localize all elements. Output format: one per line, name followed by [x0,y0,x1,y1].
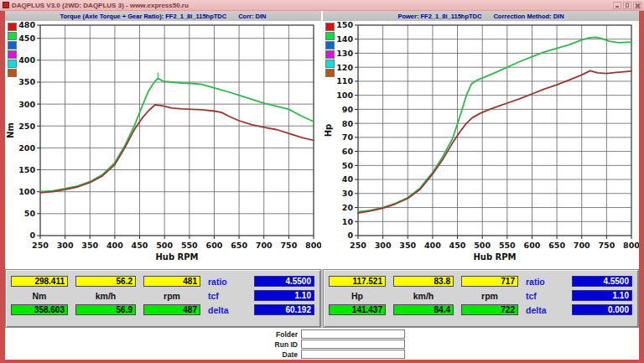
power-correction-label: Correction Method: DIN [493,13,564,20]
power-cursor-value: 117.521 [329,276,386,287]
svg-text:500: 500 [156,241,173,250]
delta-value: 0.000 [572,304,632,315]
svg-text:50: 50 [24,209,36,218]
legend-swatch [8,32,17,40]
svg-text:450: 450 [449,241,466,250]
svg-text:50: 50 [342,161,354,170]
power-series-color-legend [325,23,335,77]
svg-text:100: 100 [18,187,35,196]
svg-text:Hub RPM: Hub RPM [155,252,198,262]
speed-max-value: 56.9 [75,304,136,315]
svg-text:750: 750 [598,241,615,250]
window-title: DAQPLUS V3.0 (2WD: DAQPLUS 3) - www.expr… [12,2,189,9]
svg-text:20: 20 [342,203,354,212]
svg-text:600: 600 [206,241,223,250]
power-chart: 0102030405060708090100110120130140150250… [323,21,639,269]
torque-chart-plot[interactable]: 0501001502002503003504004504802503003504… [5,21,321,269]
svg-text:500: 500 [474,241,491,250]
svg-text:250: 250 [32,241,49,250]
torque-unit-label: Nm [11,291,68,301]
app-window: DAQPLUS V3.0 (2WD: DAQPLUS 3) - www.expr… [0,0,644,363]
torque-max-value: 358.603 [11,304,68,315]
tcf-label: tcf [526,291,564,301]
date-input[interactable] [301,350,405,359]
legend-swatch [325,32,335,40]
folder-label: Folder [239,330,298,339]
legend-swatch [325,60,335,68]
svg-text:300: 300 [18,100,35,109]
svg-text:600: 600 [524,241,541,250]
rpm-cursor-value: 717 [461,276,518,287]
delta-label: delta [208,305,247,315]
power-max-value: 141.437 [329,304,386,315]
rpm-max-value: 487 [143,304,200,315]
delta-value: 60.192 [254,304,314,315]
svg-text:300: 300 [375,241,392,250]
rpm-cursor-value: 481 [143,276,200,287]
run-id-input[interactable] [301,340,405,349]
minimize-button[interactable] [613,2,621,9]
legend-swatch [8,23,17,31]
delta-label: delta [526,305,564,315]
run-id-label: Run ID [239,340,298,349]
svg-text:480: 480 [18,21,35,29]
svg-text:30: 30 [342,189,354,198]
svg-text:90: 90 [342,105,354,114]
legend-swatch [8,50,17,59]
speed-cursor-value: 83.8 [393,276,454,287]
torque-cursor-value: 298.411 [11,276,68,287]
svg-text:80: 80 [342,119,354,128]
legend-swatch [325,23,335,31]
svg-text:150: 150 [336,21,353,29]
legend-swatch [325,69,335,77]
svg-text:100: 100 [336,91,353,100]
power-unit-label: Hp [329,291,386,301]
svg-text:300: 300 [57,241,74,250]
svg-text:350: 350 [18,77,35,86]
torque-chart-header: Torque (Axle Torque + Gear Ratio): FF2_1… [5,11,321,21]
app-icon [3,2,9,8]
svg-text:700: 700 [574,241,590,250]
svg-text:450: 450 [18,34,35,43]
svg-text:650: 650 [231,241,247,250]
maximize-button[interactable] [623,2,631,9]
close-button[interactable] [633,2,641,9]
rpm-unit-label: rpm [461,291,518,301]
svg-text:140: 140 [336,34,353,44]
svg-text:0: 0 [347,231,353,240]
tcf-value: 1.10 [572,290,632,301]
svg-text:130: 130 [336,49,353,58]
power-chart-header: Power: FF2_1_8i_115hpTDC Correction Meth… [323,11,639,21]
svg-text:60: 60 [342,147,354,156]
torque-correction-label: Corr: DIN [238,13,266,20]
legend-swatch [325,41,335,49]
ratio-label: ratio [208,277,247,287]
run-info-footer: Folder Run ID Date [5,328,639,360]
ratio-value: 4.5500 [254,276,314,287]
tcf-value: 1.10 [254,290,314,301]
svg-text:10: 10 [342,217,354,226]
svg-text:350: 350 [399,241,416,250]
power-chart-title: Power: FF2_1_8i_115hpTDC [397,13,481,20]
legend-swatch [8,69,17,77]
svg-text:Hub RPM: Hub RPM [473,252,516,262]
power-chart-plot[interactable]: 0102030405060708090100110120130140150250… [323,21,639,269]
folder-input[interactable] [301,329,405,339]
rpm-unit-label: rpm [143,291,200,301]
svg-text:750: 750 [280,241,297,250]
speed-unit-label: km/h [393,291,454,301]
svg-text:400: 400 [424,241,441,250]
svg-text:550: 550 [499,241,516,250]
svg-text:800: 800 [623,241,639,250]
svg-text:250: 250 [350,241,366,250]
speed-cursor-value: 56.2 [75,276,136,287]
legend-swatch [8,41,17,49]
svg-text:650: 650 [548,241,565,250]
svg-text:Nm: Nm [6,122,15,138]
ratio-value: 4.5500 [572,276,632,287]
tcf-label: tcf [208,291,247,301]
legend-swatch [8,60,17,68]
svg-text:200: 200 [18,143,35,153]
torque-chart: 0501001502002503003504004504802503003504… [5,21,321,269]
svg-text:110: 110 [336,76,353,86]
